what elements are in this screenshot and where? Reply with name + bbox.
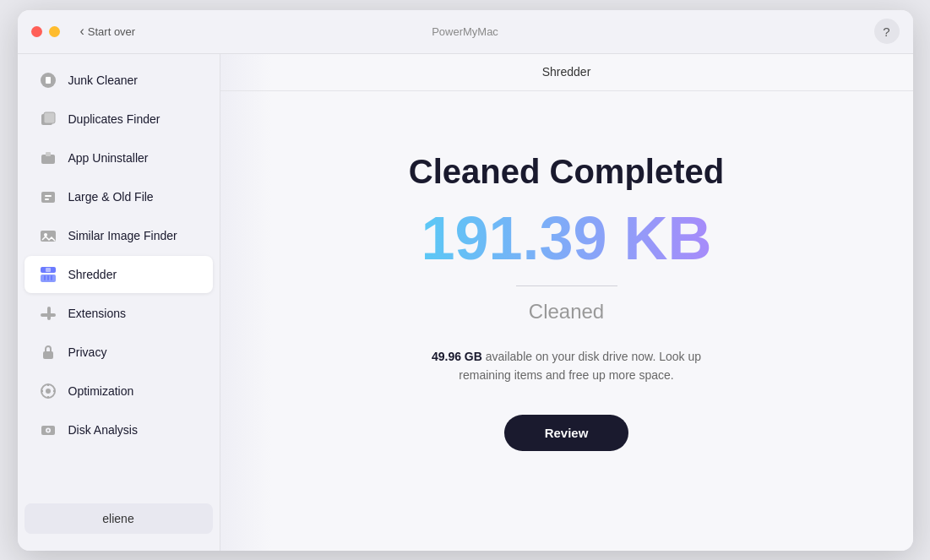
svg-rect-5 <box>46 152 51 156</box>
start-over-button[interactable]: ‹ Start over <box>80 24 136 39</box>
similar-image-finder-icon <box>38 226 58 246</box>
user-button[interactable]: eliene <box>24 503 213 534</box>
app-uninstaller-icon <box>38 148 58 168</box>
user-label: eliene <box>102 512 133 525</box>
duplicates-finder-icon <box>38 109 58 129</box>
main-content: Junk Cleaner Duplicates Finder App Unins… <box>18 54 913 551</box>
svg-rect-14 <box>47 275 49 280</box>
optimization-label: Optimization <box>68 384 134 398</box>
disk-info-text: 49.96 GB available on your disk drive no… <box>432 347 702 385</box>
svg-rect-17 <box>43 351 53 359</box>
svg-rect-8 <box>45 198 49 200</box>
sidebar-item-similar-image-finder[interactable]: Similar Image Finder <box>24 217 213 254</box>
shredder-label: Shredder <box>68 268 117 281</box>
svg-rect-6 <box>41 192 55 203</box>
large-old-file-label: Large & Old File <box>68 190 154 204</box>
optimization-icon <box>38 381 58 401</box>
sidebar-item-app-uninstaller[interactable]: App Uninstaller <box>24 139 213 177</box>
help-label: ? <box>883 24 889 39</box>
traffic-lights <box>31 26 60 37</box>
sidebar-item-optimization[interactable]: Optimization <box>24 372 213 410</box>
app-name-label: PowerMyMac <box>432 25 498 38</box>
sidebar-item-extensions[interactable]: Extensions <box>24 295 213 332</box>
disk-space-value: 49.96 GB <box>432 350 482 363</box>
chevron-left-icon: ‹ <box>80 24 84 39</box>
review-button[interactable]: Review <box>504 415 629 451</box>
sidebar-item-shredder[interactable]: Shredder <box>24 256 213 293</box>
sidebar-footer: eliene <box>18 497 220 544</box>
panel-title: Shredder <box>542 65 591 79</box>
disk-analysis-icon <box>38 420 58 440</box>
svg-rect-16 <box>46 268 51 272</box>
svg-rect-3 <box>44 112 55 123</box>
disk-analysis-label: Disk Analysis <box>68 423 138 437</box>
diagonal-decoration <box>220 54 271 551</box>
svg-point-19 <box>46 389 51 394</box>
svg-rect-13 <box>44 275 46 280</box>
sidebar-item-large-old-file[interactable]: Large & Old File <box>24 178 213 215</box>
svg-point-26 <box>46 429 48 431</box>
cleaned-amount-value: 191.39 KB <box>421 208 711 269</box>
sidebar: Junk Cleaner Duplicates Finder App Unins… <box>18 54 220 551</box>
junk-cleaner-label: Junk Cleaner <box>68 73 139 87</box>
titlebar: ‹ Start over PowerMyMac ? <box>18 10 913 54</box>
main-panel: Shredder Cleaned Completed 191.39 KB Cle… <box>220 54 913 551</box>
svg-rect-1 <box>46 77 51 84</box>
duplicates-finder-label: Duplicates Finder <box>68 112 160 126</box>
app-uninstaller-label: App Uninstaller <box>68 151 149 165</box>
svg-rect-15 <box>51 275 52 280</box>
minimize-button[interactable] <box>49 26 60 37</box>
divider <box>516 285 617 286</box>
cleaned-label: Cleaned <box>529 300 604 323</box>
privacy-label: Privacy <box>68 345 107 359</box>
close-button[interactable] <box>31 26 42 37</box>
svg-rect-7 <box>45 195 52 197</box>
app-window: ‹ Start over PowerMyMac ? Junk Cleaner D… <box>18 10 913 551</box>
privacy-icon <box>38 342 58 362</box>
panel-title-bar: Shredder <box>220 54 913 91</box>
sidebar-item-privacy[interactable]: Privacy <box>24 334 213 371</box>
similar-image-finder-label: Similar Image Finder <box>68 229 177 242</box>
cleaned-completed-heading: Cleaned Completed <box>409 153 724 191</box>
sidebar-item-disk-analysis[interactable]: Disk Analysis <box>24 411 213 449</box>
junk-cleaner-icon <box>38 70 58 90</box>
start-over-label: Start over <box>88 25 135 38</box>
shredder-icon <box>38 264 58 285</box>
extensions-label: Extensions <box>68 307 126 320</box>
sidebar-item-junk-cleaner[interactable]: Junk Cleaner <box>24 62 213 99</box>
disk-info-description: available on your disk drive now. Look u… <box>459 350 701 382</box>
extensions-icon <box>38 303 58 323</box>
content-area: Cleaned Completed 191.39 KB Cleaned 49.9… <box>392 136 741 469</box>
sidebar-item-duplicates-finder[interactable]: Duplicates Finder <box>24 101 213 138</box>
large-old-file-icon <box>38 187 58 207</box>
help-button[interactable]: ? <box>874 19 900 44</box>
